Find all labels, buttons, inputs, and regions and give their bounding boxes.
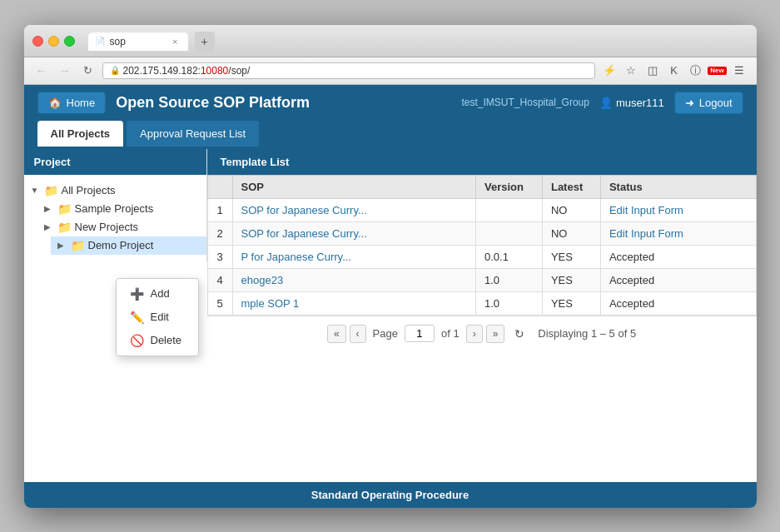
row-sop: ehoge23 [232,268,475,291]
kaspersky-icon[interactable]: K [665,62,683,80]
user-name: 👤 muser111 [599,97,664,109]
context-menu-edit[interactable]: ✏️ Edit [117,306,198,329]
sidebar-tree: ▼ 📁 All Projects ▶ 📁 Sample Projects ▶ 📁 [24,175,206,261]
next-page-button[interactable]: › [466,325,483,343]
table-row: 3 P for Japanese Curry... 0.0.1 YES Acce… [207,245,756,268]
template-list-header: Template List [207,149,757,175]
info-icon[interactable]: ⓘ [687,62,705,80]
table-row: 1 SOP for Japanese Curry... NO Edit Inpu… [207,198,756,221]
browser-tab[interactable]: 📄 sop × [88,32,188,51]
content-area: Template List SOP Version Latest Status [207,149,757,482]
sop-link[interactable]: SOP for Japanese Curry... [241,204,367,216]
context-add-label: Add [151,287,170,300]
col-header-sop: SOP [232,175,475,198]
last-page-button[interactable]: » [486,325,505,343]
table-row: 5 mple SOP 1 1.0 YES Accepted [207,291,756,315]
tab-close-button[interactable]: × [172,37,177,47]
status-link[interactable]: Edit Input Form [609,227,683,240]
page-label: Page [373,327,398,340]
sop-link[interactable]: ehoge23 [241,274,284,286]
logout-button[interactable]: ➜ Logout [674,92,743,114]
row-latest: YES [542,268,600,291]
home-button[interactable]: 🏠 Home [37,92,107,114]
nav-tabs: All Projects Approval Request List [24,121,757,149]
page-of-label: of 1 [441,327,460,340]
minimize-window-button[interactable] [48,36,59,47]
refresh-button[interactable]: ↻ [514,327,524,341]
new-feature-icon[interactable]: New [708,62,727,80]
tree-item-demo-project[interactable]: ▶ 📁 Demo Project [51,236,206,255]
context-menu: ➕ Add ✏️ Edit 🚫 Delete [116,278,199,356]
row-latest: NO [542,221,600,245]
tree-expand-icon: ▶ [44,222,54,231]
address-text: 202.175.149.182:10080/sop/ [123,65,588,77]
tree-item-all-projects[interactable]: ▼ 📁 All Projects [24,181,206,200]
tree-label-new-projects: New Projects [75,221,139,233]
browser-titlebar: 📄 sop × + [24,25,757,57]
context-menu-add[interactable]: ➕ Add [117,282,198,306]
menu-icon[interactable]: ☰ [730,62,748,80]
row-num: 5 [207,291,232,315]
folder-icon: 📁 [57,221,72,234]
display-info: Displaying 1 – 5 of 5 [538,327,636,340]
tree-expand-icon: ▼ [31,186,41,195]
prev-page-button[interactable]: ‹ [350,325,366,343]
new-tab-button[interactable]: + [195,32,215,52]
row-sop: mple SOP 1 [232,291,475,315]
context-menu-delete[interactable]: 🚫 Delete [117,329,198,352]
row-latest: YES [542,291,600,315]
row-status: Edit Input Form [600,198,756,221]
row-version [475,198,542,221]
tab-all-projects[interactable]: All Projects [37,121,124,147]
reload-button[interactable]: ↻ [79,62,97,80]
col-header-status: Status [600,175,756,198]
cast-icon[interactable]: ◫ [643,62,662,80]
row-status: Accepted [600,268,756,291]
sop-link[interactable]: P for Japanese Curry... [241,251,351,263]
row-version: 0.0.1 [475,245,542,268]
row-version: 1.0 [475,268,542,291]
sidebar-wrapper: Project ▼ 📁 All Projects ▶ 📁 Sample Proj… [24,149,207,482]
first-page-button[interactable]: « [327,325,346,343]
forward-button[interactable]: → [56,62,74,80]
main-area: Project ▼ 📁 All Projects ▶ 📁 Sample Proj… [24,149,757,482]
folder-icon: 📁 [57,202,72,216]
context-delete-label: Delete [151,334,182,346]
template-table: SOP Version Latest Status 1 SOP for Japa… [207,175,757,316]
maximize-window-button[interactable] [64,36,75,47]
delete-icon: 🚫 [130,334,144,347]
row-status: Accepted [600,291,756,315]
sidebar: Project ▼ 📁 All Projects ▶ 📁 Sample Proj… [24,149,207,261]
bookmark-icon[interactable]: ☆ [622,62,640,80]
window-controls [32,36,75,47]
address-lock-icon: 🔒 [110,66,120,75]
tab-page-icon: 📄 [95,37,105,46]
page-number-input[interactable] [405,325,435,342]
sop-link[interactable]: SOP for Japanese Curry... [241,227,367,240]
col-header-num [207,175,232,198]
folder-icon: 📁 [44,184,58,197]
close-window-button[interactable] [32,36,43,47]
tab-approval-request[interactable]: Approval Request List [127,121,259,147]
table-row: 2 SOP for Japanese Curry... NO Edit Inpu… [207,221,756,245]
address-bar[interactable]: 🔒 202.175.149.182:10080/sop/ [102,62,595,79]
back-button[interactable]: ← [32,62,51,80]
browser-toolbar: ← → ↻ 🔒 202.175.149.182:10080/sop/ ⚡ ☆ ◫… [24,57,757,85]
col-header-latest: Latest [542,175,600,198]
row-num: 3 [207,245,232,268]
tree-item-new-projects[interactable]: ▶ 📁 New Projects [37,218,206,236]
extensions-icon[interactable]: ⚡ [600,62,619,80]
tree-label-all-projects: All Projects [62,184,116,196]
sop-link[interactable]: mple SOP 1 [241,297,300,310]
tree-label-demo-project: Demo Project [88,239,154,251]
edit-icon: ✏️ [130,311,144,324]
toolbar-icons: ⚡ ☆ ◫ K ⓘ New ☰ [600,62,748,80]
row-version [475,221,542,245]
row-sop: SOP for Japanese Curry... [232,221,475,245]
new-badge: New [708,67,726,75]
row-status: Accepted [600,245,756,268]
col-header-version: Version [475,175,542,198]
tree-item-sample-projects[interactable]: ▶ 📁 Sample Projects [37,200,206,218]
tab-title: sop [110,36,126,47]
status-link[interactable]: Edit Input Form [609,204,683,216]
